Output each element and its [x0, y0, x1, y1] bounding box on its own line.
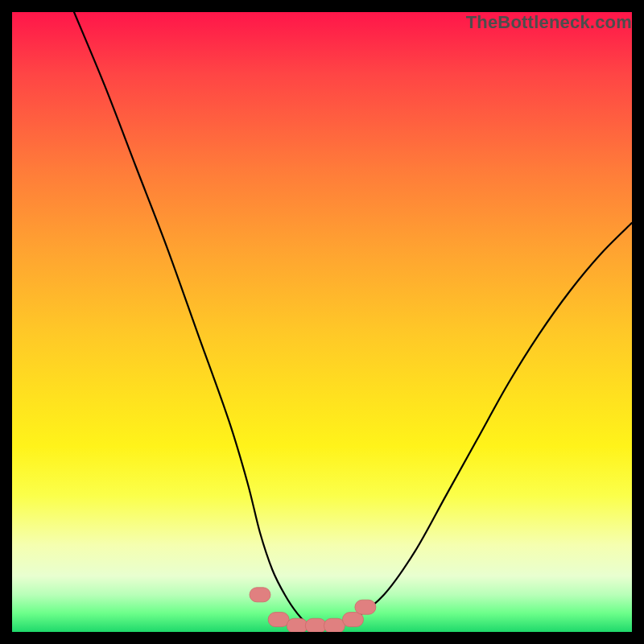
- watermark-text: TheBottleneck.com: [466, 12, 632, 33]
- curve-layer: [12, 12, 632, 632]
- curve-markers: [250, 588, 376, 632]
- bottleneck-curve: [74, 12, 632, 626]
- marker-pill: [324, 618, 345, 632]
- marker-pill: [305, 618, 326, 632]
- marker-pill: [355, 600, 376, 614]
- chart-frame: TheBottleneck.com: [0, 0, 644, 644]
- marker-pill: [250, 588, 270, 602]
- marker-pill: [268, 613, 289, 627]
- marker-pill: [287, 618, 308, 632]
